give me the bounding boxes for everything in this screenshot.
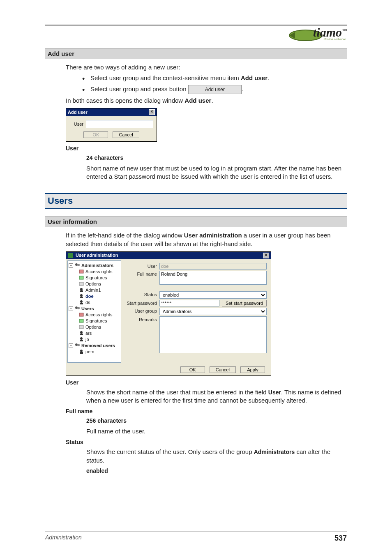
footer-section: Administration <box>45 534 82 543</box>
tree-options-2[interactable]: Options <box>69 324 120 330</box>
users-field-fullname-title: Full name <box>66 408 347 415</box>
user-admin-form: User Full name Status enabled Start pass… <box>122 259 271 364</box>
users-field-status-enabled: enabled <box>86 467 347 475</box>
collapse-icon[interactable]: − <box>69 306 73 311</box>
svg-point-23 <box>77 344 80 346</box>
ua-startpw-field[interactable] <box>159 300 219 306</box>
svg-point-18 <box>80 331 83 334</box>
field-user-limit: 24 characters <box>86 154 347 162</box>
tree-group-removed[interactable]: − Removed users <box>69 343 120 349</box>
ua-status-label: Status <box>124 291 157 297</box>
tree-user-pem[interactable]: pem <box>69 349 120 355</box>
tree-group-administrators[interactable]: − Administrators <box>69 263 120 269</box>
brand-name: tiamo <box>313 25 342 39</box>
signatures-icon <box>78 318 84 323</box>
ua-group-select[interactable]: Administrators <box>159 308 267 315</box>
section-heading-user-information: User information <box>45 216 347 227</box>
tree-user-doe[interactable]: doe <box>69 293 120 299</box>
tree-user-ds[interactable]: ds <box>69 299 120 306</box>
add-user-dialog-user-input[interactable] <box>86 120 153 128</box>
users-field-user-title: User <box>66 379 347 386</box>
add-user-bullet-2: Select user group and press button Add u… <box>90 85 347 94</box>
tree-user-admin1[interactable]: Admin1 <box>69 287 120 293</box>
add-user-dialog-ok-button[interactable]: OK <box>83 131 108 138</box>
svg-rect-4 <box>79 270 83 273</box>
ua-apply-button[interactable]: Apply <box>240 366 265 373</box>
user-info-intro: If in the left-hand side of the dialog w… <box>66 231 347 248</box>
svg-rect-10 <box>80 297 83 298</box>
heading-users: Users <box>45 193 347 209</box>
tree-signatures[interactable]: Signatures <box>69 275 120 281</box>
users-field-fullname-limit: 256 characters <box>86 417 347 425</box>
ua-fullname-field[interactable] <box>159 271 267 285</box>
access-rights-icon <box>78 269 84 274</box>
close-icon[interactable]: × <box>149 109 155 115</box>
brand-logo: tiamo™ titration and more <box>45 28 347 44</box>
ua-user-field <box>159 263 267 269</box>
svg-rect-19 <box>80 334 83 335</box>
user-icon <box>78 331 84 336</box>
ua-startpw-label: Start password <box>124 300 157 306</box>
svg-rect-6 <box>79 282 83 286</box>
tree-access-rights-2[interactable]: Access rights <box>69 312 120 318</box>
signatures-icon <box>78 275 84 280</box>
collapse-icon[interactable]: − <box>69 263 73 268</box>
users-group-icon <box>74 263 80 268</box>
svg-point-22 <box>75 343 78 346</box>
add-user-dialog: Add user × User OK Cancel <box>66 108 157 142</box>
ua-remarks-field[interactable] <box>159 316 267 353</box>
tree-group-users[interactable]: − Users <box>69 306 120 312</box>
svg-rect-21 <box>80 340 83 341</box>
close-icon[interactable]: × <box>263 253 269 258</box>
svg-point-2 <box>75 263 78 266</box>
add-user-intro: There are two ways of adding a new user: <box>66 63 347 71</box>
user-icon <box>78 300 84 305</box>
tree-options[interactable]: Options <box>69 281 120 287</box>
users-group-icon <box>74 343 80 348</box>
add-user-bullet-1: Select user group and the context-sensit… <box>90 74 347 82</box>
brand-tm: ™ <box>342 28 347 33</box>
ua-cancel-button[interactable]: Cancel <box>210 366 236 373</box>
svg-rect-16 <box>79 319 83 322</box>
footer-page-number: 537 <box>334 534 347 543</box>
tree-user-jb[interactable]: jb <box>69 336 120 343</box>
tree-access-rights[interactable]: Access rights <box>69 269 120 275</box>
user-admin-dialog-title: User administration <box>76 253 118 258</box>
svg-rect-25 <box>80 352 83 354</box>
user-icon <box>78 288 84 292</box>
field-user-desc: Short name of new user that must be used… <box>86 164 347 181</box>
ua-fullname-label: Full name <box>124 271 157 276</box>
add-user-button-img: Add user <box>188 85 242 94</box>
ua-ok-button[interactable]: OK <box>180 366 205 373</box>
users-field-status-title: Status <box>66 439 347 445</box>
ua-status-select[interactable]: enabled <box>159 291 267 299</box>
users-field-user-desc: Shows the short name of the user that mu… <box>86 388 347 405</box>
ua-group-label: User group <box>124 308 157 313</box>
brand-tagline: titration and more <box>324 38 346 41</box>
add-user-dialog-title: Add user <box>68 110 88 115</box>
user-icon <box>78 349 84 354</box>
svg-rect-5 <box>79 276 83 279</box>
users-field-fullname-desc: Full name of the user. <box>86 427 347 435</box>
svg-rect-17 <box>79 325 83 329</box>
collapse-icon[interactable]: − <box>69 343 73 348</box>
svg-rect-15 <box>79 313 83 316</box>
set-start-password-button[interactable]: Set start password <box>222 300 267 306</box>
users-group-icon <box>74 306 80 311</box>
ua-remarks-label: Remarks <box>124 316 157 322</box>
user-admin-tree[interactable]: − Administrators Access rights Signature… <box>67 260 121 363</box>
add-user-dialog-user-label: User <box>69 122 83 127</box>
svg-point-9 <box>80 294 83 297</box>
svg-point-3 <box>77 264 80 266</box>
svg-rect-12 <box>80 303 83 304</box>
svg-point-13 <box>75 306 78 309</box>
add-user-dialog-cancel-button[interactable]: Cancel <box>113 131 139 138</box>
user-icon <box>78 337 84 342</box>
user-admin-dialog: User administration × − Administrators A… <box>66 251 271 376</box>
tree-user-ars[interactable]: ars <box>69 330 120 336</box>
svg-point-14 <box>77 307 80 309</box>
tree-signatures-2[interactable]: Signatures <box>69 318 120 324</box>
options-icon <box>78 281 84 286</box>
field-user-title: User <box>66 145 347 152</box>
svg-point-7 <box>80 288 83 290</box>
